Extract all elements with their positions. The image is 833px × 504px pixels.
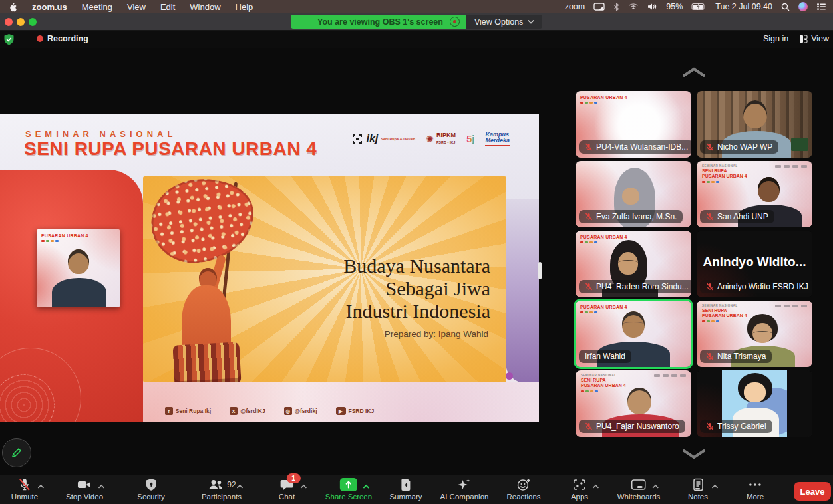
apps-icon xyxy=(572,477,587,492)
notes-caret[interactable] xyxy=(711,484,719,489)
mic-muted-icon xyxy=(706,213,714,221)
spotlight-search-icon[interactable] xyxy=(781,3,790,11)
slide-logos: ikj Seni Rupa & Desain ✺ RIPKMFSRD - IKJ… xyxy=(351,132,510,146)
menu-bar-clock[interactable]: Tue 2 Jul 09.40 xyxy=(715,2,772,11)
participant-tile-eva[interactable]: Eva Zulfa Ivana, M.Sn. xyxy=(576,161,691,227)
reactions-smiley-icon xyxy=(516,477,532,492)
chat-button[interactable]: 1 Chat xyxy=(279,477,295,501)
chevron-down-icon xyxy=(528,19,534,24)
participant-tile-vita[interactable]: PUSARAN URBAN 4 PU4-Vita Wulansari-IDB..… xyxy=(576,91,691,158)
summary-button[interactable]: Summary xyxy=(389,477,422,501)
ai-companion-button[interactable]: AI Companion xyxy=(440,477,489,501)
meeting-security-shield-icon[interactable] xyxy=(3,33,15,45)
reactions-button[interactable]: Reactions xyxy=(506,477,540,501)
panel-resize-handle[interactable] xyxy=(538,262,542,279)
participants-button[interactable]: 92 Participants xyxy=(202,477,242,501)
annotate-button[interactable] xyxy=(2,438,31,467)
share-screen-caret[interactable] xyxy=(363,484,370,489)
minimize-window-button[interactable] xyxy=(17,18,25,26)
notes-button[interactable]: Notes xyxy=(688,477,708,501)
volume-icon[interactable] xyxy=(647,3,657,11)
more-button[interactable]: More xyxy=(747,477,764,501)
gallery-scroll-down-button[interactable] xyxy=(682,448,706,460)
participant-name-label: PU4_Fajar Nuswantoro xyxy=(579,420,685,433)
participant-tile-san-ahdi[interactable]: SEMINAR NASIONALSENI RUPAPUSARAN URBAN 4… xyxy=(697,161,812,227)
unmute-button[interactable]: Unmute xyxy=(11,477,38,501)
participant-tile-trissy[interactable]: Trissy Gabriel xyxy=(697,370,812,437)
participant-display-name: Anindyo Widito... xyxy=(697,255,812,269)
screen-mirroring-icon[interactable] xyxy=(593,3,605,11)
stop-viewing-icon[interactable] xyxy=(450,17,460,27)
whiteboards-button[interactable]: Whiteboards xyxy=(617,477,661,501)
macos-menu-bar: zoom.us Meeting View Edit Window Help zo… xyxy=(0,0,833,13)
video-options-caret[interactable] xyxy=(98,484,105,489)
participant-tile-fajar[interactable]: SEMINAR NASIONALSENI RUPAPUSARAN URBAN 4… xyxy=(576,370,691,437)
mic-muted-icon xyxy=(585,422,593,430)
security-button[interactable]: Security xyxy=(137,477,165,501)
ripkm-flower-icon: ✺ xyxy=(426,134,434,144)
menu-zoom-us[interactable]: zoom.us xyxy=(32,2,67,12)
apps-caret[interactable] xyxy=(592,484,599,489)
participant-tile-nita[interactable]: SEMINAR NASIONALSENI RUPAPUSARAN URBAN 4… xyxy=(697,301,812,367)
unmute-options-caret[interactable] xyxy=(37,484,45,489)
slide-prepared-by: Prepared by: Ipang Wahid xyxy=(385,329,488,339)
mic-muted-icon xyxy=(706,422,714,430)
apps-button[interactable]: Apps xyxy=(571,477,588,501)
view-options-dropdown[interactable]: View Options xyxy=(466,15,542,29)
ai-companion-sparkle-icon xyxy=(456,477,472,492)
participant-tile-raden[interactable]: PUSARAN URBAN 4 PU4_Raden Roro Sindu... xyxy=(576,231,691,297)
social-youtube: ▶ FSRD IKJ xyxy=(336,407,375,415)
menu-edit[interactable]: Edit xyxy=(160,2,175,12)
presenter-head xyxy=(68,249,89,274)
mic-muted-icon xyxy=(585,283,593,291)
siri-icon[interactable] xyxy=(798,2,808,11)
chat-unread-badge: 1 xyxy=(286,473,300,483)
menu-help[interactable]: Help xyxy=(236,2,253,12)
control-center-icon[interactable] xyxy=(816,3,826,11)
close-window-button[interactable] xyxy=(5,18,13,26)
batik-sarong-graphic xyxy=(172,342,241,382)
apple-menu-icon[interactable] xyxy=(8,2,17,12)
share-screen-button[interactable]: Share Screen xyxy=(325,477,372,501)
gallery-scroll-up-button[interactable] xyxy=(682,66,706,78)
participant-name-label: Anindyo Widito FSRD IKJ xyxy=(700,280,812,293)
sign-in-button[interactable]: Sign in xyxy=(763,34,788,43)
menu-window[interactable]: Window xyxy=(190,2,220,12)
more-dots-icon xyxy=(747,477,763,492)
battery-charging-icon[interactable] xyxy=(691,3,707,11)
participant-name-label: PU4_Raden Roro Sindu... xyxy=(579,280,691,293)
participant-tile-irfan-active-speaker[interactable]: PUSARAN URBAN 4 Irfan Wahid xyxy=(576,301,691,367)
facebook-icon: f xyxy=(165,407,173,415)
status-app-name: zoom xyxy=(565,2,585,11)
video-camera-icon xyxy=(77,477,92,492)
glasses-graphic xyxy=(752,331,772,336)
recording-indicator: Recording xyxy=(37,34,88,43)
menu-meeting[interactable]: Meeting xyxy=(82,2,112,12)
security-shield-icon xyxy=(144,477,158,492)
slide-title: SENI RUPA PUSARAN URBAN 4 xyxy=(24,138,317,160)
viewing-screen-message: You are viewing OBS 1's screen xyxy=(317,17,443,27)
slide-purple-strip xyxy=(506,199,539,383)
participant-name-label: PU4-Vita Wulansari-IDB... xyxy=(579,140,691,154)
pencil-icon xyxy=(11,447,23,459)
share-screen-icon xyxy=(339,477,358,492)
recording-label: Recording xyxy=(47,34,88,43)
participants-count: 92 xyxy=(227,480,236,489)
bluetooth-icon[interactable] xyxy=(613,3,619,11)
stop-video-button[interactable]: Stop Video xyxy=(66,477,103,501)
window-title-bar: You are viewing OBS 1's screen View Opti… xyxy=(0,13,833,31)
participant-tile-nicho[interactable]: Nicho WAP WP xyxy=(697,91,812,158)
participant-tile-anindyo[interactable]: Anindyo Widito... Anindyo Widito FSRD IK… xyxy=(697,231,812,297)
fullscreen-window-button[interactable] xyxy=(29,18,37,26)
participant-name-label: Eva Zulfa Ivana, M.Sn. xyxy=(579,210,683,223)
chat-caret[interactable] xyxy=(299,484,307,489)
leave-meeting-button[interactable]: Leave xyxy=(794,482,831,501)
viewing-screen-banner: You are viewing OBS 1's screen View Opti… xyxy=(291,15,542,29)
menu-view[interactable]: View xyxy=(127,2,146,12)
participants-caret[interactable] xyxy=(236,484,244,489)
wifi-alert-icon[interactable] xyxy=(628,3,639,11)
shared-screen-content: SEMINAR NASIONAL SENI RUPA PUSARAN URBAN… xyxy=(0,114,539,422)
view-layout-button[interactable]: View xyxy=(799,34,829,43)
whiteboards-caret[interactable] xyxy=(652,484,659,489)
mic-muted-icon xyxy=(585,143,593,151)
